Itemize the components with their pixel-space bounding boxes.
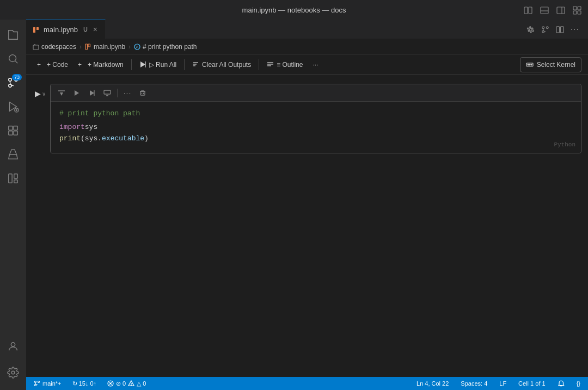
- run-arrow-icon: ▶: [35, 89, 41, 98]
- status-notifications-icon[interactable]: [555, 377, 567, 390]
- status-spaces[interactable]: Spaces: 4: [458, 377, 489, 390]
- status-cell-info[interactable]: Cell 1 of 1: [516, 377, 548, 390]
- svg-line-11: [15, 61, 17, 63]
- more-toolbar-button[interactable]: ···: [309, 58, 323, 72]
- add-markdown-button[interactable]: + + Markdown: [74, 58, 128, 72]
- code-func-print: print: [59, 133, 81, 145]
- code-paren-close: ): [144, 133, 149, 145]
- svg-text:+: +: [78, 61, 82, 68]
- svg-point-30: [529, 28, 532, 31]
- select-kernel-button[interactable]: Select Kernel: [520, 57, 581, 72]
- svg-point-53: [529, 64, 530, 65]
- status-json-icon[interactable]: {}: [574, 377, 583, 390]
- titlebar-controls: [524, 5, 581, 14]
- code-keyword-import: import: [59, 122, 85, 133]
- svg-rect-24: [14, 174, 17, 178]
- run-and-advance-button[interactable]: [85, 86, 99, 100]
- svg-rect-8: [573, 11, 577, 14]
- code-line-3: print ( sys . executable ): [59, 133, 572, 145]
- code-obj-sys: sys: [85, 133, 97, 145]
- breadcrumb: codespaces › main.ipynb › # # print pyth…: [26, 39, 588, 54]
- panel-layout-icon[interactable]: [540, 5, 549, 14]
- status-sync[interactable]: ↻ 15↓ 0↑: [70, 377, 99, 390]
- execute-above-button[interactable]: [55, 86, 68, 100]
- svg-rect-9: [578, 11, 581, 14]
- outline-button[interactable]: ≡ Outline: [262, 58, 307, 72]
- source-control-icon[interactable]: [539, 22, 552, 36]
- activity-profile[interactable]: [2, 336, 24, 357]
- settings-icon[interactable]: [524, 22, 537, 36]
- activity-extensions[interactable]: [2, 120, 24, 141]
- svg-point-54: [531, 64, 532, 65]
- svg-rect-4: [557, 7, 565, 14]
- svg-point-67: [38, 381, 40, 383]
- svg-point-27: [11, 371, 15, 374]
- breadcrumb-sep-1: ›: [79, 43, 82, 51]
- clear-outputs-button[interactable]: Clear All Outputs: [188, 58, 255, 72]
- add-cell-below-button[interactable]: [101, 86, 114, 100]
- code-line-1: # print python path: [59, 108, 572, 120]
- split-layout-icon[interactable]: [524, 5, 532, 14]
- code-comment: # print python path: [59, 108, 140, 120]
- cell-toolbar: ···: [51, 84, 581, 102]
- grid-layout-icon[interactable]: [573, 5, 581, 14]
- svg-point-73: [131, 385, 132, 386]
- activity-settings[interactable]: [2, 362, 24, 383]
- svg-rect-22: [14, 131, 17, 135]
- more-actions-icon[interactable]: ···: [568, 22, 581, 36]
- titlebar: main.ipynb — notebooks — docs: [0, 0, 588, 20]
- status-branch[interactable]: main*+: [32, 377, 64, 390]
- side-panel-icon[interactable]: [556, 5, 565, 14]
- status-ln-col[interactable]: Ln 4, Col 22: [414, 377, 451, 390]
- tab-modified-indicator: U: [83, 26, 88, 33]
- code-paren-open: (: [81, 133, 85, 145]
- delete-cell-button[interactable]: [136, 86, 149, 100]
- svg-rect-0: [524, 7, 528, 14]
- breadcrumb-cell[interactable]: # # print python path: [134, 43, 197, 51]
- activity-testing[interactable]: [2, 144, 24, 165]
- svg-rect-28: [33, 27, 35, 33]
- source-control-badge: 73: [12, 74, 22, 81]
- svg-rect-23: [9, 174, 12, 183]
- svg-rect-35: [560, 27, 564, 33]
- svg-marker-43: [140, 61, 145, 67]
- svg-marker-15: [10, 102, 17, 112]
- code-prop-executable: executable: [102, 133, 144, 145]
- activity-source-control[interactable]: 73: [2, 72, 24, 94]
- breadcrumb-codespaces[interactable]: codespaces: [33, 43, 76, 51]
- add-code-button[interactable]: + + Code: [33, 58, 72, 72]
- status-errors[interactable]: ⊘ 0 △ 0: [105, 377, 148, 390]
- activity-search[interactable]: [2, 48, 24, 70]
- run-all-button[interactable]: ▷ Run All: [135, 58, 181, 72]
- activity-bottom: [2, 336, 24, 390]
- svg-rect-34: [556, 27, 560, 33]
- editor-area: main.ipynb U ×: [26, 20, 588, 390]
- titlebar-title: main.ipynb — notebooks — docs: [242, 6, 346, 14]
- activity-bar: 73: [0, 20, 26, 390]
- run-cell-button[interactable]: [70, 86, 83, 100]
- split-editor-icon[interactable]: [554, 22, 566, 36]
- activity-run-debug[interactable]: [2, 96, 24, 117]
- svg-marker-56: [60, 92, 63, 96]
- svg-rect-20: [14, 126, 17, 130]
- cell-more-button[interactable]: ···: [121, 86, 134, 100]
- activity-jupyter[interactable]: [2, 168, 24, 189]
- status-bar: main*+ ↻ 15↓ 0↑ ⊘ 0: [26, 377, 588, 390]
- svg-rect-6: [573, 7, 577, 10]
- svg-point-32: [546, 27, 548, 29]
- svg-point-52: [528, 64, 529, 65]
- status-eol[interactable]: LF: [497, 377, 509, 390]
- tab-close-button[interactable]: ×: [92, 24, 99, 35]
- cell-run-button[interactable]: ▶ ∨: [33, 86, 48, 101]
- activity-explorer[interactable]: [2, 24, 24, 46]
- cell-container: ···: [50, 84, 581, 153]
- tab-main-ipynb[interactable]: main.ipynb U ×: [26, 20, 106, 39]
- svg-rect-2: [541, 7, 548, 14]
- svg-rect-29: [36, 27, 39, 30]
- notebook-toolbar: + + Code + + Markdown ▷ Run All: [26, 54, 588, 75]
- svg-rect-7: [578, 7, 581, 10]
- cell-row: ▶ ∨: [26, 84, 588, 153]
- breadcrumb-file[interactable]: main.ipynb: [85, 43, 125, 51]
- svg-point-10: [9, 55, 16, 62]
- code-area[interactable]: # print python path import sys print ( s…: [51, 102, 581, 153]
